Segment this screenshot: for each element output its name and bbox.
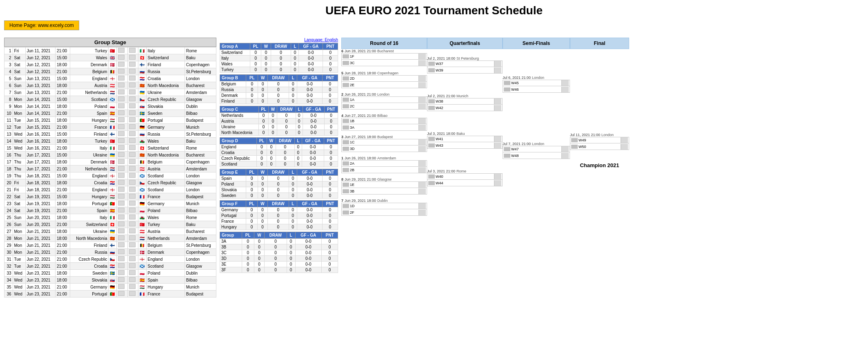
score-box (418, 188, 426, 194)
match-venue: Baku (456, 132, 465, 136)
table-row: 6SunJun 13, 202118:00Austria🇦🇹🇲🇰North Ma… (4, 82, 216, 89)
table-row: 11TueJun 15, 202118:00Hungary🇭🇺🇵🇹Portuga… (4, 117, 216, 124)
match-number: 6 (341, 49, 343, 53)
team-flag (571, 138, 578, 142)
match-date: Jul 3, 2021 18:00 (427, 132, 455, 136)
team-flag (428, 137, 435, 141)
home-page-button[interactable]: Home Page: www.excely.com (4, 20, 79, 30)
table-row: 36WedJun 23, 202121:00Portugal🇵🇹🇫🇷France… (4, 291, 216, 298)
bracket-columns: 6Jun 28, 2021 21:00Bucharest1F3C5Jun 28,… (341, 49, 864, 216)
table-row: 18ThuJun 17, 202121:00Netherlands🇳🇱🇦🇹Aus… (4, 166, 216, 172)
language-link[interactable]: Language: English (220, 38, 338, 42)
match-unit: 6Jun 28, 2021 21:00Bucharest1F3C (341, 49, 427, 66)
group-table-D: Group DPLWDRAWLGF - GAPNTEngland00000-00… (220, 137, 338, 167)
team-name: 3B (350, 189, 418, 193)
team-name: 2E (350, 83, 418, 87)
team-name: W41 (436, 137, 493, 141)
team-row-1: 1E (341, 181, 427, 188)
match-date: Jul 2, 2021 18:00 (427, 56, 455, 60)
match-venue: Amsterdam (377, 156, 396, 160)
score-box (418, 97, 426, 103)
score-box (418, 146, 426, 152)
match-date: Jul 3, 2021 21:00 (427, 169, 455, 173)
team-row-2: 2B (341, 167, 427, 173)
team-flag (343, 204, 349, 208)
table-row: 1FriJun 11, 202121:00Turkey🇹🇷🇮🇹ItalyRome (4, 47, 216, 54)
table-row: 34WedJun 23, 202118:00Slovakia🇸🇰🇪🇸SpainB… (4, 277, 216, 284)
team-flag (343, 104, 349, 108)
team-row-2: 2F (341, 209, 427, 216)
team-flag (343, 183, 349, 187)
table-row: 28MonJun 21, 202118:00North Macedonia🇲🇰🇳… (4, 235, 216, 242)
table-row: 15WedJun 16, 202121:00Italy🇮🇹🇨🇭Switzerla… (4, 145, 216, 152)
table-row: 14WedJun 16, 202118:00Turkey🇹🇷🏴󠁧󠁢󠁷󠁬󠁳󠁿Wal… (4, 138, 216, 145)
match-date: Jul 7, 2021 21:00 (503, 142, 531, 146)
team-row-2: W43 (427, 142, 503, 149)
group-table-C: Group CPLWDRAWLGF - GAPNTNetherlands0000… (220, 106, 338, 136)
score-box (561, 153, 569, 159)
team-name: 2C (350, 104, 418, 108)
team-flag (343, 147, 349, 151)
team-row-2: 3D (341, 145, 427, 152)
score-box (494, 105, 501, 111)
match-number: 3 (341, 135, 343, 139)
team-flag (428, 143, 435, 148)
score-box (418, 167, 426, 173)
group-stage-section: Group Stage 1FriJun 11, 202121:00Turkey🇹… (4, 38, 216, 298)
team-row-1: 1F (341, 53, 427, 60)
group-stage-table: 1FriJun 11, 202121:00Turkey🇹🇷🇮🇹ItalyRome… (4, 47, 216, 298)
score-box (621, 144, 628, 150)
match-unit: Jul 11, 2021 21:00LondonW49W50 (570, 133, 629, 150)
match-venue: Copenhagen (377, 71, 398, 75)
team-flag (343, 189, 349, 193)
team-row-2: 3A (341, 124, 427, 131)
score-box (561, 87, 569, 92)
team-flag (343, 140, 349, 144)
team-row-2: 3C (341, 60, 427, 66)
team-row-1: 1C (341, 139, 427, 145)
table-row: 10MonJun 14, 202121:00Spain🇪🇸🇸🇪SwedenBil… (4, 110, 216, 117)
match-venue: London (601, 133, 614, 137)
score-box (418, 210, 426, 215)
team-name: W39 (436, 68, 493, 72)
match-unit: 4Jun 27, 2021 21:00Bilbao1B3A (341, 114, 427, 131)
match-venue: Munich (456, 94, 468, 98)
match-unit: 1Jun 26, 2021 18:00Amsterdam2A2B (341, 156, 427, 173)
match-venue: Bucharest (377, 49, 394, 53)
group-table-3rd: GroupPLWDRAWLGF - GAPNT3A00000-003B00000… (220, 232, 338, 273)
table-row: 2SatJun 12, 202115:00Wales🇬🇧🇨🇭Switzerlan… (4, 54, 216, 61)
score-box (418, 82, 426, 88)
team-flag (343, 61, 349, 65)
team-name: 2B (350, 168, 418, 172)
table-row: 13WedJun 16, 202115:00Finland🇫🇮🇷🇺RussiaS… (4, 131, 216, 138)
table-row: 26SunJun 20, 202121:00Switzerland🇨🇭🇹🇷Tur… (4, 221, 216, 228)
team-row-1: W47 (503, 146, 570, 152)
match-number: 7 (341, 199, 343, 203)
team-row-1: 1D (341, 203, 427, 209)
team-name: W38 (436, 99, 493, 103)
team-flag (343, 119, 349, 123)
score-box (418, 182, 426, 188)
team-flag (428, 68, 435, 72)
match-date: Jun 28, 2021 18:00 (345, 71, 376, 75)
table-row: 31TueJun 22, 202121:00Czech Republic🇨🇿🏴󠁧… (4, 256, 216, 263)
table-row: 25SunJun 20, 202118:00Italy🇮🇹🏴󠁧󠁢󠁷󠁬󠁳󠁿Wale… (4, 214, 216, 221)
team-name: 2F (350, 210, 418, 215)
score-box (494, 98, 501, 104)
match-date: Jun 27, 2021 18:00 (345, 135, 376, 139)
score-box (418, 139, 426, 145)
bracket-headers: Round of 16 Quarterfinals Semi-Finals Fi… (341, 38, 864, 49)
match-unit: 2Jun 26, 2021 21:00London1A2C (341, 92, 427, 110)
score-box (418, 54, 426, 59)
match-number: 8 (341, 177, 343, 181)
table-row: 29MonJun 21, 202121:00Finland🇫🇮🇧🇪Belgium… (4, 242, 216, 249)
team-row-1: W37 (427, 60, 503, 67)
score-box (418, 60, 426, 66)
team-flag (343, 76, 349, 81)
team-row-1: 2D (341, 75, 427, 82)
team-row-2: 2E (341, 82, 427, 88)
match-unit: 8Jun 29, 2021 21:00Glasgow1E3B (341, 177, 427, 195)
match-venue: London (377, 92, 389, 96)
table-row: 7SunJun 13, 202121:00Netherlands🇳🇱🇺🇦Ukra… (4, 89, 216, 96)
team-flag (428, 99, 435, 103)
